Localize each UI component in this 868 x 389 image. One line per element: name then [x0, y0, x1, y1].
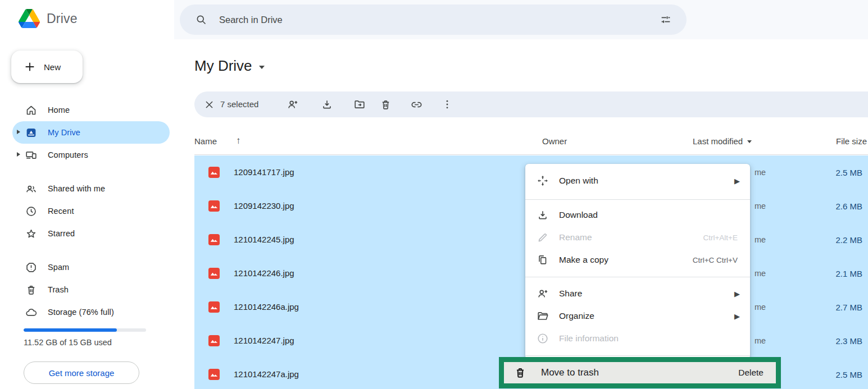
- drive-logo: Drive: [19, 9, 78, 28]
- download-icon: [537, 209, 549, 221]
- shortcut-label: Delete: [738, 368, 764, 378]
- pencil-icon: [537, 231, 549, 244]
- expand-arrow-icon[interactable]: [17, 152, 20, 157]
- star-icon: [25, 228, 37, 240]
- chevron-down-icon: [259, 66, 265, 69]
- menu-item-download[interactable]: Download: [525, 204, 750, 226]
- menu-item-rename: Rename Ctrl+Alt+E: [525, 226, 750, 249]
- expand-arrow-icon[interactable]: [17, 130, 20, 134]
- person-add-icon: [537, 287, 549, 300]
- menu-item-organize[interactable]: Organize ▶: [525, 305, 750, 327]
- search-bar[interactable]: [180, 4, 687, 35]
- new-button[interactable]: New: [11, 51, 83, 83]
- menu-item-share[interactable]: Share ▶: [525, 282, 750, 305]
- people-icon: [25, 183, 37, 195]
- google-drive-app: Drive New Home My Drive Co: [0, 0, 868, 389]
- share-person-add-icon[interactable]: [286, 98, 299, 111]
- image-file-icon: [208, 200, 220, 212]
- image-file-icon: [208, 369, 220, 380]
- sidebar-item-recent[interactable]: Recent: [12, 200, 170, 222]
- column-header-file-size[interactable]: File size: [836, 136, 867, 146]
- header-divider: [194, 154, 868, 155]
- submenu-arrow-icon: ▶: [734, 312, 740, 321]
- storage-progress-fill: [24, 328, 117, 332]
- selected-count-label: 7 selected: [220, 99, 258, 109]
- my-drive-icon: [25, 127, 37, 139]
- menu-item-file-information: File information: [525, 327, 750, 350]
- search-input[interactable]: [219, 15, 660, 25]
- page-title[interactable]: My Drive: [194, 57, 265, 75]
- search-icon[interactable]: [196, 14, 207, 25]
- spam-icon: [25, 262, 37, 273]
- table-header-row: Name ↑ Owner Last modified File size: [194, 132, 868, 154]
- sidebar-item-my-drive[interactable]: My Drive: [12, 121, 170, 144]
- sort-ascending-icon[interactable]: ↑: [236, 135, 241, 147]
- menu-item-open-with[interactable]: Open with ▶: [525, 166, 750, 195]
- copy-icon: [537, 254, 549, 266]
- menu-separator: [525, 277, 750, 277]
- menu-separator: [525, 355, 750, 356]
- more-options-icon[interactable]: [440, 98, 454, 111]
- drive-logo-icon: [19, 9, 40, 28]
- open-with-icon: [537, 175, 549, 187]
- sidebar-item-spam[interactable]: Spam: [12, 256, 170, 278]
- search-filters-icon[interactable]: [660, 13, 672, 26]
- info-icon: [537, 332, 549, 345]
- menu-item-move-to-trash[interactable]: Move to trash Delete: [504, 362, 776, 383]
- selection-toolbar: 7 selected: [194, 91, 868, 117]
- storage-progress-bar: [24, 328, 146, 332]
- image-file-icon: [208, 301, 220, 313]
- folder-icon: [537, 310, 549, 322]
- plus-icon: [24, 61, 36, 73]
- column-header-last-modified[interactable]: Last modified: [693, 136, 752, 146]
- cloud-icon: [25, 306, 37, 318]
- sidebar-item-home[interactable]: Home: [12, 99, 170, 121]
- submenu-arrow-icon: ▶: [734, 290, 740, 298]
- computers-icon: [25, 149, 37, 161]
- image-file-icon: [208, 167, 220, 178]
- trash-icon[interactable]: [379, 98, 392, 111]
- submenu-arrow-icon: ▶: [734, 177, 740, 185]
- sidebar-item-trash[interactable]: Trash: [12, 278, 170, 301]
- image-file-icon: [208, 268, 220, 279]
- download-icon[interactable]: [320, 98, 334, 111]
- sidebar-item-computers[interactable]: Computers: [12, 144, 170, 166]
- menu-item-make-a-copy[interactable]: Make a copy Ctrl+C Ctrl+V: [525, 249, 750, 271]
- sidebar-item-shared-with-me[interactable]: Shared with me: [12, 177, 170, 200]
- image-file-icon: [208, 335, 220, 346]
- sidebar-item-starred[interactable]: Starred: [12, 222, 170, 245]
- sidebar: Drive New Home My Drive Co: [0, 0, 174, 389]
- trash-icon: [514, 367, 526, 379]
- home-icon: [25, 104, 37, 116]
- context-menu: Open with ▶ Download Rename Ctrl+Alt+E M…: [525, 164, 750, 359]
- shortcut-label: Ctrl+Alt+E: [703, 234, 740, 242]
- column-header-name[interactable]: Name: [194, 136, 217, 146]
- menu-separator: [525, 199, 750, 200]
- trash-icon: [25, 284, 37, 296]
- get-more-storage-button[interactable]: Get more storage: [24, 361, 139, 384]
- clock-icon: [25, 205, 37, 217]
- image-file-icon: [208, 234, 220, 245]
- sort-descending-icon: [747, 140, 752, 143]
- close-selection-icon[interactable]: [202, 98, 216, 111]
- storage-usage-text: 11.52 GB of 15 GB used: [24, 338, 112, 347]
- sidebar-item-storage[interactable]: Storage (76% full): [12, 301, 170, 323]
- shortcut-label: Ctrl+C Ctrl+V: [693, 256, 740, 264]
- annotation-highlight: Move to trash Delete: [499, 357, 781, 388]
- drive-wordmark: Drive: [47, 11, 78, 26]
- get-link-icon[interactable]: [410, 98, 423, 111]
- move-to-folder-icon[interactable]: [353, 98, 366, 111]
- column-header-owner[interactable]: Owner: [542, 136, 567, 146]
